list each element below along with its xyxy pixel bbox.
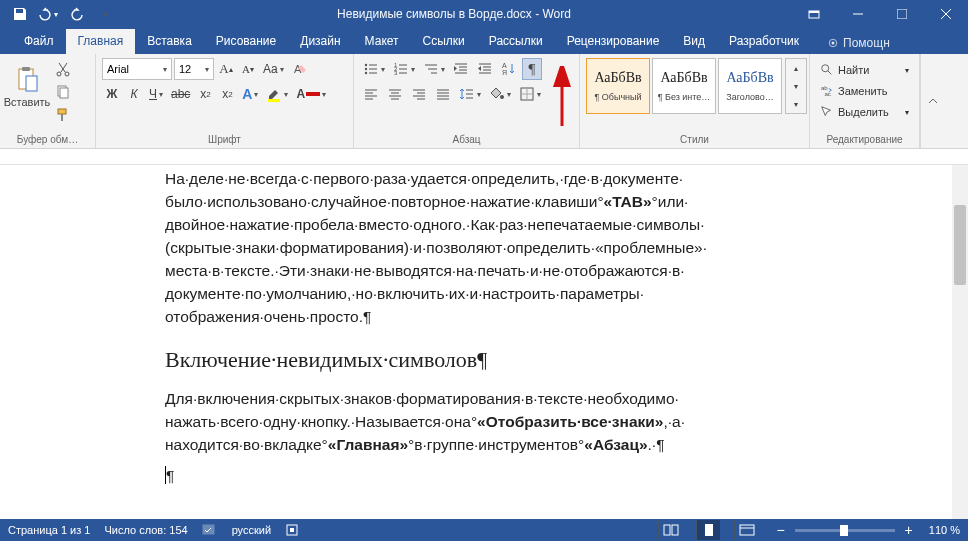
save-button[interactable]: [6, 2, 32, 26]
status-spellcheck-icon[interactable]: [202, 523, 218, 537]
tab-mailings[interactable]: Рассылки: [477, 29, 555, 54]
sort-button[interactable]: AЯ: [498, 58, 520, 80]
find-button[interactable]: Найти▾: [816, 60, 913, 80]
zoom-in-button[interactable]: +: [901, 522, 917, 538]
svg-rect-9: [22, 67, 30, 71]
align-right-button[interactable]: [408, 83, 430, 105]
align-center-button[interactable]: [384, 83, 406, 105]
svg-rect-14: [60, 88, 68, 98]
svg-point-64: [500, 95, 504, 99]
tab-view[interactable]: Вид: [671, 29, 717, 54]
decrease-indent-button[interactable]: [450, 58, 472, 80]
view-read-mode[interactable]: [658, 520, 682, 540]
strikethrough-button[interactable]: abc: [168, 83, 193, 105]
styles-group-label: Стили: [586, 134, 803, 146]
minimize-button[interactable]: [836, 0, 880, 28]
italic-button[interactable]: К: [124, 83, 144, 105]
status-word-count[interactable]: Число слов: 154: [104, 524, 187, 536]
group-clipboard: Вставить Буфер обм…: [0, 54, 96, 148]
replace-button[interactable]: abacЗаменить: [816, 81, 913, 101]
svg-rect-1: [809, 11, 819, 13]
view-print-layout[interactable]: [696, 520, 720, 540]
vertical-scrollbar[interactable]: [952, 165, 968, 519]
style-no-spacing[interactable]: АаБбВв ¶ Без инте…: [652, 58, 716, 114]
zoom-slider[interactable]: [795, 529, 895, 532]
status-macro-icon[interactable]: [285, 523, 299, 537]
tab-developer[interactable]: Разработчик: [717, 29, 811, 54]
change-case-button[interactable]: Aa: [260, 58, 287, 80]
font-name-combo[interactable]: Arial: [102, 58, 172, 80]
highlight-button[interactable]: [263, 83, 291, 105]
font-color-button[interactable]: A: [293, 83, 329, 105]
status-page[interactable]: Страница 1 из 1: [8, 524, 90, 536]
close-button[interactable]: [924, 0, 968, 28]
align-justify-button[interactable]: [432, 83, 454, 105]
view-web-layout[interactable]: [734, 520, 758, 540]
clear-formatting-button[interactable]: A: [289, 58, 311, 80]
paste-label: Вставить: [4, 96, 51, 108]
multilevel-list-button[interactable]: [420, 58, 448, 80]
redo-button[interactable]: [62, 2, 88, 26]
tab-layout[interactable]: Макет: [353, 29, 411, 54]
svg-text:Я: Я: [502, 69, 507, 76]
line-spacing-button[interactable]: [456, 83, 484, 105]
text-effects-button[interactable]: A: [239, 83, 261, 105]
styles-scroll-up[interactable]: ▴: [786, 59, 806, 77]
copy-button[interactable]: [52, 81, 74, 103]
style-heading1[interactable]: АаБбВв Заголово…: [718, 58, 782, 114]
clipboard-group-label: Буфер обм…: [6, 134, 89, 146]
tab-design[interactable]: Дизайн: [288, 29, 352, 54]
group-styles: АаБбВв ¶ Обычный АаБбВв ¶ Без инте… АаБб…: [580, 54, 810, 148]
grow-font-button[interactable]: A▴: [216, 58, 236, 80]
ruler[interactable]: [0, 149, 968, 165]
tab-insert[interactable]: Вставка: [135, 29, 204, 54]
tab-references[interactable]: Ссылки: [411, 29, 477, 54]
undo-button[interactable]: ▾: [34, 2, 60, 26]
zoom-out-button[interactable]: −: [772, 522, 788, 538]
show-hide-marks-button[interactable]: ¶: [522, 58, 542, 80]
font-group-label: Шрифт: [102, 134, 347, 146]
scrollbar-thumb[interactable]: [954, 205, 966, 285]
numbering-button[interactable]: 123: [390, 58, 418, 80]
tell-me[interactable]: Помощн: [819, 32, 898, 54]
qat-customize-button[interactable]: [90, 2, 116, 26]
zoom-slider-knob[interactable]: [840, 525, 848, 536]
tab-file[interactable]: Файл: [12, 29, 66, 54]
select-button[interactable]: Выделить▾: [816, 102, 913, 122]
tab-draw[interactable]: Рисование: [204, 29, 288, 54]
font-size-combo[interactable]: 12: [174, 58, 214, 80]
styles-expand[interactable]: ▾: [786, 95, 806, 113]
svg-rect-10: [26, 76, 37, 91]
borders-button[interactable]: [516, 83, 544, 105]
document-content[interactable]: На·деле·не·всегда·с·первого·раза·удается…: [55, 165, 745, 487]
format-painter-button[interactable]: [52, 104, 74, 126]
svg-rect-78: [705, 524, 713, 536]
group-editing: Найти▾ abacЗаменить Выделить▾ Редактиров…: [810, 54, 920, 148]
quick-access-toolbar: ▾: [0, 2, 116, 26]
maximize-button[interactable]: [880, 0, 924, 28]
ribbon-display-button[interactable]: [792, 0, 836, 28]
tell-me-label: Помощн: [843, 36, 890, 50]
status-language[interactable]: русский: [232, 524, 271, 536]
shading-button[interactable]: [486, 83, 514, 105]
cut-button[interactable]: [52, 58, 74, 80]
align-left-button[interactable]: [360, 83, 382, 105]
bullets-button[interactable]: [360, 58, 388, 80]
underline-button[interactable]: Ч: [146, 83, 166, 105]
tab-review[interactable]: Рецензирование: [555, 29, 672, 54]
collapse-ribbon-button[interactable]: [920, 54, 944, 148]
document-area[interactable]: На·деле·не·всегда·с·первого·раза·удается…: [0, 165, 968, 519]
svg-point-12: [65, 72, 69, 76]
style-normal[interactable]: АаБбВв ¶ Обычный: [586, 58, 650, 114]
svg-point-11: [57, 72, 61, 76]
increase-indent-button[interactable]: [474, 58, 496, 80]
paste-button[interactable]: Вставить: [6, 58, 48, 116]
bold-button[interactable]: Ж: [102, 83, 122, 105]
subscript-button[interactable]: x2: [195, 83, 215, 105]
svg-point-24: [365, 72, 367, 74]
styles-scroll-down[interactable]: ▾: [786, 77, 806, 95]
tab-home[interactable]: Главная: [66, 29, 136, 54]
superscript-button[interactable]: x2: [217, 83, 237, 105]
zoom-level[interactable]: 110 %: [929, 524, 960, 536]
shrink-font-button[interactable]: A▾: [238, 58, 258, 80]
